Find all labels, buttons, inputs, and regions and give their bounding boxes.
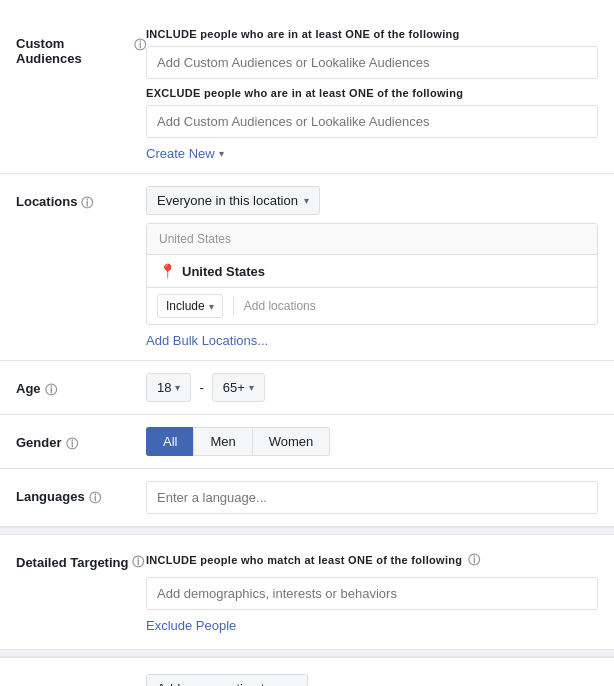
detailed-targeting-section: Detailed Targeting ⓘ INCLUDE people who … — [0, 535, 614, 649]
location-name: United States — [182, 264, 265, 279]
location-type-caret-icon: ▾ — [304, 195, 309, 206]
age-info-icon[interactable]: ⓘ — [45, 382, 57, 399]
custom-audiences-info-icon[interactable]: ⓘ — [134, 37, 146, 54]
detailed-targeting-label: Detailed Targeting ⓘ — [16, 551, 146, 571]
include-audiences-input[interactable] — [146, 46, 598, 79]
age-separator: - — [199, 380, 203, 395]
location-box: United States 📍 United States Include ▾ … — [146, 223, 598, 325]
locations-label: Locations ⓘ — [16, 186, 146, 212]
languages-info-icon[interactable]: ⓘ — [89, 490, 101, 507]
create-new-button[interactable]: Create New ▾ — [146, 146, 224, 161]
gender-label: Gender ⓘ — [16, 427, 146, 453]
gender-women-button[interactable]: Women — [253, 427, 331, 456]
age-min-dropdown[interactable]: 18 ▾ — [146, 373, 191, 402]
location-pin-icon: 📍 — [159, 263, 176, 279]
add-locations-link[interactable]: Add locations — [244, 299, 316, 313]
location-header: United States — [147, 224, 597, 255]
connections-content: Add a connection type ▾ — [146, 674, 308, 686]
gender-section: Gender ⓘ All Men Women — [0, 415, 614, 469]
locations-section: Locations ⓘ Everyone in this location ▾ … — [0, 174, 614, 361]
connections-label: Connections ⓘ — [16, 676, 146, 687]
detailed-targeting-input[interactable] — [146, 577, 598, 610]
custom-audiences-section: Custom Audiences ⓘ INCLUDE people who ar… — [0, 16, 614, 174]
connections-dropdown[interactable]: Add a connection type ▾ — [146, 674, 308, 686]
gender-men-button[interactable]: Men — [193, 427, 252, 456]
detailed-targeting-info-icon[interactable]: ⓘ — [132, 554, 144, 571]
languages-content — [146, 481, 598, 514]
exclude-people-link[interactable]: Exclude People — [146, 618, 236, 633]
section-divider — [0, 527, 614, 535]
add-bulk-locations-link[interactable]: Add Bulk Locations... — [146, 333, 268, 348]
locations-content: Everyone in this location ▾ United State… — [146, 186, 598, 348]
create-new-caret-icon: ▾ — [219, 148, 224, 159]
location-item: 📍 United States — [147, 255, 597, 288]
gender-info-icon[interactable]: ⓘ — [66, 436, 78, 453]
location-actions: Include ▾ Add locations — [147, 288, 597, 324]
detailed-include-info-icon[interactable]: ⓘ — [468, 552, 480, 569]
include-dropdown-btn[interactable]: Include ▾ — [157, 294, 223, 318]
exclude-label: EXCLUDE people who are in at least ONE o… — [146, 87, 598, 99]
gender-content: All Men Women — [146, 427, 598, 456]
custom-audiences-label: Custom Audiences ⓘ — [16, 28, 146, 66]
age-max-dropdown[interactable]: 65+ ▾ — [212, 373, 265, 402]
age-max-caret-icon: ▾ — [249, 382, 254, 393]
custom-audiences-content: INCLUDE people who are in at least ONE o… — [146, 28, 598, 161]
include-label: INCLUDE people who are in at least ONE o… — [146, 28, 598, 40]
languages-label: Languages ⓘ — [16, 481, 146, 507]
detailed-targeting-header: Detailed Targeting ⓘ INCLUDE people who … — [16, 551, 598, 633]
detailed-targeting-content: INCLUDE people who match at least ONE of… — [146, 551, 598, 633]
detailed-include-label: INCLUDE people who match at least ONE of… — [146, 551, 598, 569]
include-caret-icon: ▾ — [209, 301, 214, 312]
connections-section: Connections ⓘ Add a connection type ▾ — [0, 657, 614, 686]
language-input[interactable] — [146, 481, 598, 514]
gender-all-button[interactable]: All — [146, 427, 193, 456]
age-content: 18 ▾ - 65+ ▾ — [146, 373, 598, 402]
age-min-caret-icon: ▾ — [175, 382, 180, 393]
location-type-dropdown[interactable]: Everyone in this location ▾ — [146, 186, 320, 215]
gender-buttons: All Men Women — [146, 427, 598, 456]
locations-info-icon[interactable]: ⓘ — [81, 195, 93, 212]
age-label: Age ⓘ — [16, 373, 146, 399]
languages-section: Languages ⓘ — [0, 469, 614, 527]
exclude-audiences-input[interactable] — [146, 105, 598, 138]
connections-divider — [0, 649, 614, 657]
age-section: Age ⓘ 18 ▾ - 65+ ▾ — [0, 361, 614, 415]
location-divider — [233, 297, 234, 315]
